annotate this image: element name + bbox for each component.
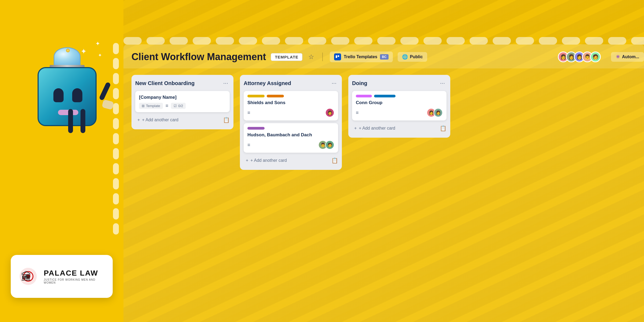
track-pill [354, 37, 372, 45]
track-pill [331, 37, 349, 45]
track-pill [285, 37, 303, 45]
track-pill [123, 37, 142, 45]
label-orange [267, 95, 284, 97]
label-pink [356, 95, 372, 97]
board-header: Client Workflow Management TEMPLATE ☆ Tr… [123, 44, 644, 68]
add-card-label: + Add another card [359, 126, 395, 131]
label-bar [247, 95, 334, 97]
col-title: Doing [352, 80, 367, 86]
card-template-icon[interactable]: 📋 [223, 117, 230, 123]
track-pill [147, 37, 165, 45]
track-pill [262, 37, 280, 45]
label-yellow [247, 95, 265, 97]
dash-seg [113, 223, 119, 235]
track-pill [562, 37, 580, 45]
card-avatar[interactable]: 👩 [434, 108, 443, 117]
card-bottom: ≡ 👩 [247, 108, 334, 117]
plus-icon: + [354, 126, 357, 131]
sparkle-icon: ✦ [98, 52, 102, 58]
automate-button[interactable]: ✳ Autom... [611, 52, 644, 62]
template-badge: TEMPLATE [271, 53, 302, 61]
visibility-label: Public [410, 54, 423, 59]
track-pill [608, 37, 626, 45]
check-icon: ☑ [174, 104, 177, 108]
track-pill [493, 37, 511, 45]
dome-coin [66, 49, 70, 52]
automate-gear-icon: ✳ [616, 54, 620, 60]
card-company-name[interactable]: [Company Name] ⊞ Template ≡ ☑ 0/2 [135, 91, 230, 112]
card-template-icon[interactable]: 📋 [331, 157, 338, 164]
workspace-name: Trello Templates [344, 54, 377, 59]
palace-text: PALACE LAW JUSTICE FOR WORKING MEN AND W… [44, 269, 106, 284]
track-pill [193, 37, 211, 45]
col-header: New Client Onboarding ··· [135, 79, 230, 87]
track-pill [216, 37, 234, 45]
sparkle-icon: ✦ [80, 47, 87, 56]
column-onboarding: New Client Onboarding ··· [Company Name]… [131, 75, 233, 129]
add-card-button-attorney[interactable]: + + Add another card [244, 155, 331, 166]
track-pill [423, 37, 442, 45]
mascot-leg-left [68, 109, 73, 133]
card-hudson[interactable]: Hudson, Baumbach and Dach ≡ 👨 🧑 [244, 123, 338, 153]
sparkle-icon: ✦ [95, 40, 100, 47]
dash-seg [113, 208, 119, 219]
palace-law-tagline: JUSTICE FOR WORKING MEN AND WOMEN [44, 278, 106, 284]
card-title: Conn Group [356, 100, 443, 105]
plus-icon: + [137, 118, 140, 122]
track-pill [516, 37, 534, 45]
card-avatar[interactable]: 🧑 [325, 140, 334, 149]
arm-hand [102, 99, 114, 110]
avatar[interactable]: 🧑 [590, 52, 601, 62]
card-shields-and-sons[interactable]: Shields and Sons ≡ 👩 [244, 91, 338, 120]
dash-seg [113, 178, 119, 189]
divider [322, 53, 323, 61]
label-blue [374, 95, 396, 97]
svg-rect-5 [336, 55, 337, 58]
add-card-label: + Add another card [142, 118, 178, 122]
card-conn-group[interactable]: Conn Group ≡ 👩 👩 [352, 91, 447, 120]
label-purple [247, 127, 265, 130]
add-card-footer: + + Add another card 📋 [352, 123, 447, 133]
lines-icon: ≡ [356, 110, 359, 116]
card-avatar[interactable]: 👩 [325, 108, 334, 117]
lines-icon: ≡ [166, 103, 169, 109]
col-menu-button[interactable]: ··· [222, 79, 230, 87]
lines-icon: ≡ [247, 142, 250, 148]
workspace-pill[interactable]: Trello Templates BC [330, 52, 393, 62]
template-label: Template [146, 104, 160, 108]
star-button[interactable]: ☆ [307, 52, 315, 62]
card-avatars: 👨 🧑 [320, 140, 334, 149]
add-card-footer: + + Add another card 📋 [135, 115, 230, 125]
track-pill [631, 37, 644, 45]
lines-icon: ≡ [247, 110, 250, 116]
col-menu-button[interactable]: ··· [330, 79, 338, 87]
col-menu-button[interactable]: ··· [438, 79, 447, 87]
col-title: Attorney Assigned [244, 80, 291, 86]
dash-seg [113, 163, 119, 174]
svg-text:🏛: 🏛 [21, 271, 32, 283]
dash-seg [113, 193, 119, 204]
card-title: Shields and Sons [247, 100, 334, 105]
add-card-button-doing[interactable]: + + Add another card [352, 123, 440, 133]
col-title: New Client Onboarding [135, 80, 195, 86]
palace-law-card: ⚙ 🏛 PALACE LAW JUSTICE FOR WORKING MEN A… [11, 255, 113, 298]
checklist-count: 0/2 [178, 104, 183, 108]
mascot-leg-right [80, 109, 85, 133]
add-card-button-onboarding[interactable]: + + Add another card [135, 115, 223, 125]
track-pill [239, 37, 257, 45]
col-header: Attorney Assigned ··· [244, 79, 338, 87]
template-icon: ⊞ [142, 104, 145, 108]
mascot-arm [97, 82, 113, 109]
workspace-initials: BC [380, 54, 388, 60]
plus-icon: + [246, 158, 248, 163]
automate-label: Autom... [622, 54, 639, 59]
track-pill [470, 37, 488, 45]
mascot-eye-left [53, 88, 64, 102]
card-template-icon[interactable]: 📋 [440, 125, 447, 131]
card-bottom: ≡ 👨 🧑 [247, 140, 334, 149]
dome-glass [54, 47, 80, 66]
arm-segment [99, 82, 111, 101]
column-attorney: Attorney Assigned ··· Shields and Sons ≡… [240, 75, 342, 170]
public-button[interactable]: 🌐 Public [398, 52, 427, 62]
card-meta: ⊞ Template ≡ ☑ 0/2 [139, 103, 226, 109]
